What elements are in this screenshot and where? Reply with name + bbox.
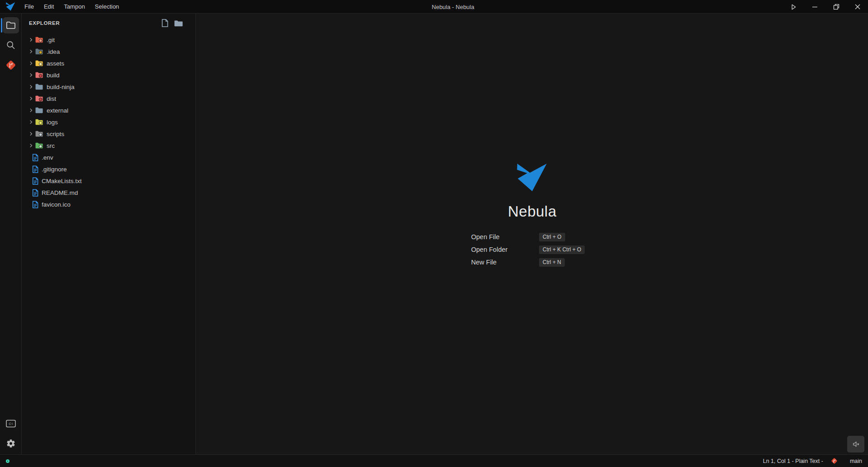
remote-status-icon[interactable] xyxy=(6,459,10,463)
chevron-right-icon xyxy=(28,119,34,125)
git-branch-icon xyxy=(831,458,838,464)
chevron-right-icon xyxy=(28,60,34,66)
git-branch-name[interactable]: main xyxy=(850,458,862,464)
run-button[interactable] xyxy=(783,0,804,14)
shortcut-list: Open File Ctrl + O Open Folder Ctrl + K … xyxy=(471,232,587,267)
window-title: Nebula - Nebula xyxy=(432,0,474,14)
folder-icon xyxy=(35,119,43,125)
folder-icon xyxy=(35,84,43,90)
folder-name: logs xyxy=(47,119,58,126)
tree-file-gitignore[interactable]: .gitignore xyxy=(22,163,196,175)
shortcut-label: Open File xyxy=(471,233,539,241)
chevron-right-icon xyxy=(28,84,34,90)
terminal-icon: C:\ xyxy=(6,420,16,428)
file-name: favicon.ico xyxy=(42,201,71,208)
folder-name: external xyxy=(47,107,68,114)
file-name: .env xyxy=(42,154,53,161)
menu-selection[interactable]: Selection xyxy=(90,0,124,13)
shortcut-keybinding[interactable]: Ctrl + K Ctrl + O xyxy=(539,245,585,254)
tree-folder-idea[interactable]: .idea xyxy=(22,46,196,57)
tree-file-env[interactable]: .env xyxy=(22,151,196,163)
new-folder-icon[interactable] xyxy=(174,20,183,27)
folder-name: .git xyxy=(47,37,55,43)
activity-terminal-button[interactable]: C:\ xyxy=(3,415,19,432)
chevron-right-icon xyxy=(28,131,34,137)
file-name: CMakeLists.txt xyxy=(42,178,82,184)
tree-folder-external[interactable]: external xyxy=(22,104,196,116)
activity-explorer-button[interactable] xyxy=(3,17,19,33)
activity-source-control-button[interactable] xyxy=(3,57,19,73)
window-controls xyxy=(783,0,868,14)
nebula-logo-icon xyxy=(6,2,16,11)
activity-bar: C:\ xyxy=(0,14,22,454)
welcome-panel: Nebula Open File Ctrl + O Open Folder Ct… xyxy=(477,163,587,267)
folder-name: .idea xyxy=(47,48,60,55)
restore-icon xyxy=(833,4,839,10)
shortcut-keybinding[interactable]: Ctrl + N xyxy=(539,258,565,267)
folder-icon xyxy=(35,37,43,43)
file-icon xyxy=(32,165,38,173)
shortcut-open-folder: Open Folder Ctrl + K Ctrl + O xyxy=(471,245,587,254)
close-button[interactable] xyxy=(847,0,868,14)
chevron-right-icon xyxy=(28,142,34,149)
tree-file-readme-md[interactable]: README.md xyxy=(22,187,196,198)
chevron-right-icon xyxy=(28,95,34,102)
tree-file-cmakelists-txt[interactable]: CMakeLists.txt xyxy=(22,175,196,187)
tree-folder-logs[interactable]: logs xyxy=(22,116,196,128)
app-name: Nebula xyxy=(508,203,557,220)
shortcut-keybinding[interactable]: Ctrl + O xyxy=(539,233,565,241)
search-icon xyxy=(6,40,16,50)
file-icon xyxy=(32,189,38,197)
chevron-right-icon xyxy=(28,48,34,55)
folder-icon xyxy=(35,60,43,66)
folder-icon xyxy=(35,131,43,137)
explorer-icon xyxy=(6,21,16,30)
file-name: .gitignore xyxy=(42,166,67,173)
tree-folder-git[interactable]: .git xyxy=(22,34,196,46)
activity-settings-button[interactable] xyxy=(3,435,19,452)
tree-folder-assets[interactable]: assets xyxy=(22,57,196,69)
restore-button[interactable] xyxy=(825,0,847,14)
shortcut-new-file: New File Ctrl + N xyxy=(471,258,587,267)
chevron-right-icon xyxy=(28,37,34,43)
titlebar: FileEditTamponSelection Nebula - Nebula xyxy=(0,0,868,14)
tree-folder-build-ninja[interactable]: build-ninja xyxy=(22,81,196,93)
minimize-icon xyxy=(812,4,818,10)
svg-text:C:\: C:\ xyxy=(9,422,13,425)
folder-icon xyxy=(35,107,43,113)
new-file-icon[interactable] xyxy=(162,19,168,27)
tree-folder-dist[interactable]: dist xyxy=(22,93,196,104)
mute-button[interactable] xyxy=(847,436,864,453)
folder-name: scripts xyxy=(47,131,64,137)
minimize-button[interactable] xyxy=(804,0,825,14)
settings-gear-icon xyxy=(6,439,16,448)
close-icon xyxy=(854,4,861,10)
menu-file[interactable]: File xyxy=(19,0,39,13)
file-tree: .git .idea assets xyxy=(22,34,196,210)
tree-folder-src[interactable]: src xyxy=(22,140,196,151)
shortcut-open-file: Open File Ctrl + O xyxy=(471,232,587,241)
shortcut-label: Open Folder xyxy=(471,246,539,253)
chevron-right-icon xyxy=(28,72,34,78)
menu-edit[interactable]: Edit xyxy=(39,0,59,13)
folder-name: build-ninja xyxy=(47,84,75,90)
chevron-right-icon xyxy=(28,107,34,113)
file-icon xyxy=(32,177,38,185)
file-name: README.md xyxy=(42,189,78,196)
folder-name: dist xyxy=(47,95,56,102)
editor-area: Nebula Open File Ctrl + O Open Folder Ct… xyxy=(196,14,868,454)
file-icon xyxy=(32,201,38,208)
menu-tampon[interactable]: Tampon xyxy=(59,0,90,13)
folder-name: assets xyxy=(47,60,64,67)
play-icon xyxy=(790,4,797,10)
tree-file-favicon-ico[interactable]: favicon.ico xyxy=(22,198,196,210)
tree-folder-scripts[interactable]: scripts xyxy=(22,128,196,140)
file-icon xyxy=(32,154,38,161)
explorer-header: EXPLORER xyxy=(22,14,196,33)
tree-folder-build[interactable]: build xyxy=(22,69,196,81)
menu-bar: FileEditTamponSelection xyxy=(19,0,124,13)
speaker-mute-icon xyxy=(852,440,860,448)
activity-search-button[interactable] xyxy=(3,37,19,53)
cursor-position-status[interactable]: Ln 1, Col 1 - Plain Text - xyxy=(763,458,823,464)
explorer-title: EXPLORER xyxy=(29,20,60,26)
